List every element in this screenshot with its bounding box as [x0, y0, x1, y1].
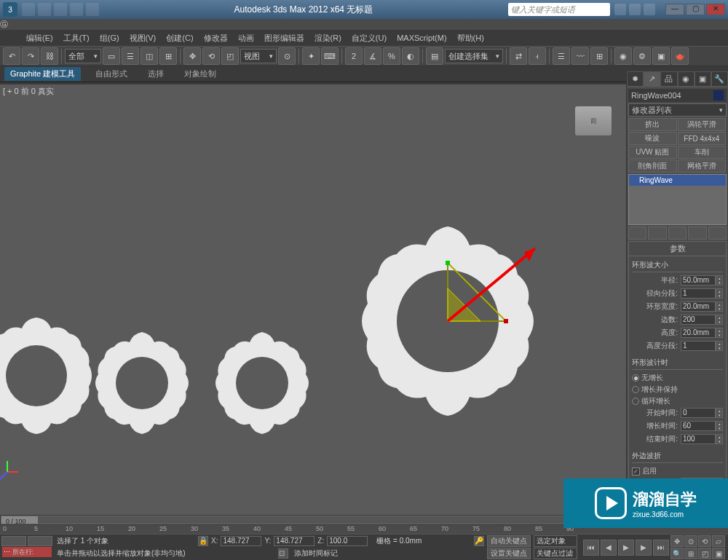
maximize-button[interactable]: ▢: [686, 4, 705, 15]
redo-icon[interactable]: ↷: [22, 47, 39, 65]
nav-fov-icon[interactable]: ▱: [712, 535, 725, 547]
snap-percent-icon[interactable]: %: [383, 47, 400, 65]
menu-animation[interactable]: 动画: [234, 31, 258, 45]
minimize-button[interactable]: —: [665, 4, 684, 15]
auto-key-button[interactable]: 自动关键点: [487, 535, 531, 547]
qat-new-icon[interactable]: [22, 3, 35, 16]
start-spinner[interactable]: [716, 408, 723, 418]
start-input[interactable]: 0: [681, 408, 716, 418]
named-sel-icon[interactable]: ▤: [426, 47, 443, 65]
scale-icon[interactable]: ◰: [221, 47, 239, 65]
ribbon-tab-paint[interactable]: 对象绘制: [178, 67, 222, 81]
hseg-spinner[interactable]: [716, 341, 723, 351]
menu-rendering[interactable]: 渲染(R): [310, 31, 346, 45]
menu-tools[interactable]: 工具(T): [59, 31, 94, 45]
radseg-input[interactable]: 1: [681, 288, 716, 299]
script-listener-icon[interactable]: [28, 536, 52, 546]
ringwidth-spinner[interactable]: [716, 301, 723, 312]
menu-customize[interactable]: 自定义(U): [347, 31, 391, 45]
select-icon[interactable]: ▭: [103, 47, 120, 65]
prev-frame-icon[interactable]: ◀: [601, 540, 617, 556]
radio-growhold[interactable]: 增长并保持: [632, 384, 723, 395]
grow-spinner[interactable]: [716, 421, 723, 431]
object-color-swatch[interactable]: [713, 90, 724, 100]
gear-object-2[interactable]: [84, 325, 200, 441]
mod-btn-bevel[interactable]: 剖角剖面: [628, 159, 677, 173]
ribbon-tab-selection[interactable]: 选择: [142, 67, 170, 81]
nav-pan-icon[interactable]: ✥: [670, 535, 684, 547]
motion-tab-icon[interactable]: ◉: [678, 71, 695, 87]
gear-object-selected[interactable]: [342, 216, 553, 427]
mod-btn-noise[interactable]: 噪波: [628, 132, 677, 145]
height-input[interactable]: 20.0mm: [681, 328, 716, 338]
end-spinner[interactable]: [716, 434, 723, 444]
manipulate-icon[interactable]: ✦: [302, 47, 320, 65]
end-input[interactable]: 100: [681, 434, 716, 444]
mod-btn-ffd[interactable]: FFD 4x4x4: [678, 132, 727, 145]
key-filter-dropdown[interactable]: 关键点过滤器: [534, 548, 577, 559]
gear-object-3[interactable]: [204, 325, 320, 441]
align-icon[interactable]: ⫞: [529, 47, 546, 65]
nav-zoom-icon[interactable]: 🔍: [670, 548, 684, 559]
close-button[interactable]: ✕: [706, 4, 725, 15]
menu-edit[interactable]: 编辑(E): [22, 31, 58, 45]
render-setup-icon[interactable]: ⚙: [633, 47, 651, 65]
goto-line-button[interactable]: ⋯ 所在行:: [2, 547, 52, 557]
rollout-header[interactable]: 参数: [629, 242, 726, 256]
material-editor-icon[interactable]: ◉: [614, 47, 632, 65]
ribbon-tab-freeform[interactable]: 自由形式: [90, 67, 133, 81]
nav-maximize-icon[interactable]: ▣: [712, 548, 725, 559]
snap-2d-icon[interactable]: 2: [345, 47, 363, 65]
menu-create[interactable]: 创建(C): [162, 31, 197, 45]
menu-maxscript[interactable]: MAXScript(M): [392, 32, 451, 44]
viewport-label[interactable]: [ + 0 前 0 真实: [3, 86, 54, 97]
nav-zoomext-icon[interactable]: ◰: [698, 548, 711, 559]
nav-zoomall-icon[interactable]: ⊞: [684, 548, 697, 559]
grow-input[interactable]: 60: [681, 421, 716, 431]
pin-stack-icon[interactable]: [628, 226, 646, 240]
viewcube[interactable]: 前: [575, 106, 612, 135]
pivot-icon[interactable]: ⊙: [278, 47, 296, 65]
mirror-icon[interactable]: ⇄: [510, 47, 527, 65]
goto-start-icon[interactable]: ⏮: [583, 540, 599, 556]
mod-btn-lathe[interactable]: 车削: [678, 146, 727, 159]
y-input[interactable]: 148.727: [274, 536, 314, 546]
render-icon[interactable]: 🫖: [671, 47, 689, 65]
x-input[interactable]: 148.727: [221, 536, 261, 546]
rotate-icon[interactable]: ⟲: [202, 47, 220, 65]
display-tab-icon[interactable]: ▣: [695, 71, 711, 87]
link-icon[interactable]: ⛓: [41, 47, 58, 65]
object-name-field[interactable]: RingWave004: [628, 89, 727, 102]
keyboard-icon[interactable]: ⌨: [321, 47, 339, 65]
snap-angle-icon[interactable]: ∡: [364, 47, 381, 65]
mod-btn-extrude[interactable]: 挤出: [628, 118, 677, 131]
help-icon[interactable]: [614, 4, 626, 15]
modifier-list-dropdown[interactable]: 修改器列表: [628, 103, 727, 117]
utilities-tab-icon[interactable]: 🔧: [711, 71, 728, 87]
window-crossing-icon[interactable]: ⊞: [159, 47, 177, 65]
undo-icon[interactable]: ↶: [3, 47, 20, 65]
remove-mod-icon[interactable]: [688, 226, 706, 240]
ref-coord-dropdown[interactable]: 视图: [240, 49, 277, 63]
sides-input[interactable]: 200: [681, 315, 716, 325]
named-selection-dropdown[interactable]: 创建选择集: [445, 49, 503, 63]
selection-filter-dropdown[interactable]: 全部: [65, 49, 101, 63]
menu-group[interactable]: 组(G): [95, 31, 124, 45]
help-search-input[interactable]: 键入关键字或短语: [508, 3, 610, 16]
move-icon[interactable]: ✥: [183, 47, 201, 65]
menu-views[interactable]: 视图(V): [125, 31, 161, 45]
qat-open-icon[interactable]: [38, 3, 51, 16]
render-frame-icon[interactable]: ▣: [652, 47, 670, 65]
config-sets-icon[interactable]: [708, 226, 727, 240]
spinner-snap-icon[interactable]: ◐: [402, 47, 419, 65]
time-ruler[interactable]: 051015202530354045505560657075808590: [0, 525, 626, 534]
favorites-icon[interactable]: [644, 4, 655, 15]
qat-redo-icon[interactable]: [86, 3, 99, 16]
modify-tab-icon[interactable]: ↗: [644, 71, 660, 87]
ringwidth-input[interactable]: 20.0mm: [681, 301, 716, 312]
radius-spinner[interactable]: [716, 275, 723, 285]
hierarchy-tab-icon[interactable]: 品: [660, 71, 677, 87]
key-mode-icon[interactable]: 🔑: [474, 536, 484, 546]
radseg-spinner[interactable]: [716, 288, 723, 299]
qat-save-icon[interactable]: [54, 3, 67, 16]
